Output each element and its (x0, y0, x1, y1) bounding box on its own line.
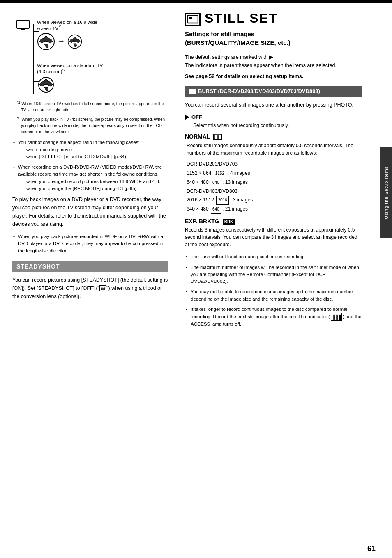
size-1152: 1152 × 864 1152 : 4 images (187, 169, 362, 178)
normal-icon (213, 134, 222, 140)
note-max-images: The maximum number of images will be rec… (185, 264, 362, 285)
sub-recording-movie: while recording movie (18, 146, 168, 153)
svg-rect-19 (189, 17, 192, 19)
sub-wide-43: when you changed record pictures between… (18, 178, 168, 185)
normal-desc: Record still images continuously at appr… (185, 142, 362, 157)
svg-marker-5 (39, 38, 44, 43)
footnotes: *1 When 16:9 screen TV switches to full … (12, 100, 168, 135)
page-number: 61 (367, 544, 376, 553)
ball-wide-large (37, 32, 55, 51)
sub-rec-mode: when you change the [REC MODE] during 4:… (18, 185, 168, 192)
normal-burst-icon (214, 134, 221, 139)
footnote-1: *1 When 16:9 screen TV switches to full … (14, 100, 168, 113)
still-set-header: STILL SET (185, 12, 362, 26)
ball-standard (37, 76, 55, 94)
dvd-playback-para: To play back images on a DVD player or a… (12, 195, 168, 228)
bullet-aspect: You cannot change the aspect ratio in th… (12, 139, 168, 160)
off-desc: Select this when not recording continuou… (185, 122, 362, 129)
arrow-1: → (58, 37, 65, 46)
scroll-bar-indicator: ▐▐▐ (331, 313, 342, 321)
left-column: When viewed on a 16:9 widescreen TV*1 (0, 3, 177, 558)
svg-rect-21 (218, 135, 221, 139)
size-box-640-2: 640 (211, 205, 221, 214)
size-640-2: 640 × 480 640 : 21 images (187, 205, 362, 214)
exp-brktg-header: EXP. BRKTG BRK (185, 218, 362, 225)
svg-marker-6 (48, 38, 53, 43)
steadyshot-header: STEADYSHOT (12, 261, 168, 272)
sub-deffect: when [D.EFFECT] is set to [OLD MOVIE] (p… (18, 153, 168, 160)
bottom-notes: The flash will not function during conti… (185, 253, 362, 328)
bold-line: See page 52 for details on selecting set… (185, 74, 362, 79)
still-set-title: STILL SET (205, 12, 277, 25)
burst-header-text: BURST (DCR-DVD203/DVD403/DVD703/DVD803) (198, 88, 320, 94)
size-640-1: 640 × 480 640 : 13 images (187, 178, 362, 187)
svg-marker-11 (76, 39, 80, 43)
tv-icon-main (16, 20, 30, 30)
top-bar (0, 0, 392, 3)
model-group-1: DCR-DVD203/DVD703 (187, 160, 362, 169)
sup1: *1 (58, 25, 62, 29)
model-group-2: DCR-DVD403/DVD803 (187, 187, 362, 196)
svg-marker-12 (74, 44, 77, 47)
note-continuous: You may not be able to record continuous… (185, 288, 362, 303)
still-set-icon (185, 13, 201, 26)
tv-row-wide: When viewed on a 16:9 widescreen TV*1 (36, 20, 103, 51)
ball-wide-small (67, 34, 82, 49)
label-standard: When viewed on a standard TV(4:3 screen)… (37, 63, 103, 74)
normal-option-header: NORMAL (185, 133, 362, 140)
size-box-640-1: 640 (211, 178, 221, 187)
svg-marker-17 (44, 87, 48, 91)
svg-rect-0 (17, 20, 29, 28)
still-set-subtitle: Settings for still images(BURST/QUALITY/… (185, 30, 362, 47)
intro-text-1: The default settings are marked with ▶. … (185, 53, 362, 69)
svg-marker-15 (39, 81, 44, 86)
off-label: OFF (191, 114, 202, 120)
bullet-dvd-rw: When recording on a DVD-R/DVD-RW (VIDEO … (12, 164, 168, 192)
svg-marker-16 (48, 81, 53, 86)
default-triangle (185, 114, 189, 120)
footnote-2: *2 When you play back in TV (4:3 screen)… (14, 116, 168, 135)
off-option-header: OFF (185, 114, 362, 120)
steadyshot-section: STEADYSHOT You can record pictures using… (12, 261, 168, 301)
steadyshot-content: You can record pictures using [STEADYSHO… (12, 276, 168, 301)
size-box-1152: 1152 (214, 169, 226, 178)
exp-brktg-desc: Records 3 images consecutively with diff… (185, 226, 362, 248)
still-set-symbol (187, 15, 198, 24)
tv-diagram: When viewed on a 16:9 widescreen TV*1 (16, 20, 168, 94)
right-column: STILL SET Settings for still images(BURS… (177, 3, 378, 558)
brk-badge: BRK (223, 219, 235, 225)
svg-marker-10 (69, 39, 74, 43)
image-sizes: DCR-DVD203/DVD703 1152 × 864 1152 : 4 im… (185, 160, 362, 214)
tv-row-standard: When viewed on a standard TV(4:3 screen)… (36, 63, 103, 94)
note-scroll: It takes longer to record continuous ima… (185, 306, 362, 328)
burst-header: BURST (DCR-DVD203/DVD403/DVD703/DVD803) (185, 86, 362, 97)
size-box-2016: 2016 (216, 196, 228, 205)
burst-intro: You can record several still images one … (185, 101, 362, 109)
side-tab: Using the Setup Items (380, 147, 392, 238)
note-flash: The flash will not function during conti… (185, 253, 362, 260)
bullet-wide-dvdrw: When you play back pictures recorded in … (12, 233, 168, 255)
label-wide: When viewed on a 16:9 widescreen TV*1 (37, 20, 103, 31)
size-2016: 2016 × 1512 2016 : 3 images (187, 196, 362, 205)
svg-rect-20 (214, 135, 217, 139)
svg-marker-7 (44, 44, 48, 48)
burst-icon (189, 89, 196, 94)
sup2: *2 (62, 68, 66, 72)
